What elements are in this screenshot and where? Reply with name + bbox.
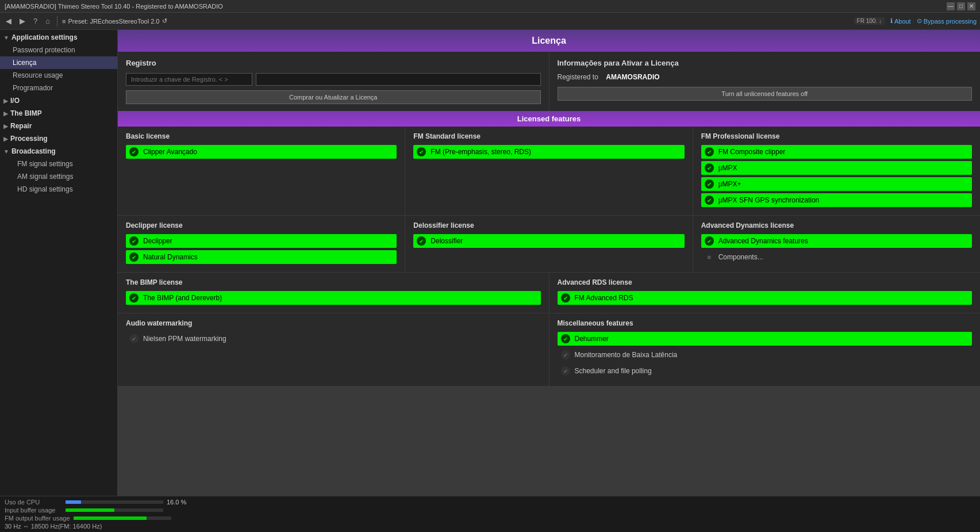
forward-button[interactable]: ▶	[17, 16, 28, 26]
feature-label: µMPX	[718, 164, 737, 172]
feature-declipper: ✔ Declipper	[126, 234, 397, 248]
registro-title: Registro	[126, 59, 541, 67]
feature-fm-standard: ✔ FM (Pre-emphasis, stereo, RDS)	[413, 145, 684, 159]
feature-delossifier: ✔ Delossifier	[413, 234, 684, 248]
check-icon: ✔	[417, 147, 426, 156]
list-icon: ≡	[705, 252, 714, 262]
fm-professional-license-panel: FM Professional license ✔ FM Composite c…	[693, 127, 980, 215]
declipper-title: Declipper license	[126, 221, 397, 229]
bypass-button[interactable]: ⊙ Bypass processing	[917, 17, 977, 25]
registro-key-value[interactable]	[256, 73, 541, 86]
sidebar-item-am-signal-settings[interactable]: AM signal settings	[0, 170, 117, 183]
cpu-progress-fill	[66, 500, 81, 504]
output-buffer-label: FM output buffer usage	[5, 515, 70, 522]
sidebar-item-label: Programador	[13, 84, 53, 92]
feature-label: Natural Dynamics	[143, 253, 198, 261]
sidebar-item-label: Licença	[13, 59, 36, 67]
preset-selector[interactable]: ≡ Preset: JREchoesStereoTool 2.0 ↺	[62, 17, 167, 25]
check-icon: ✔	[705, 236, 714, 246]
check-icon: ✔	[129, 334, 139, 343]
status-bar: Uso de CPU 16.0 % Input buffer usage FM …	[0, 496, 980, 532]
back-button[interactable]: ◀	[3, 16, 14, 26]
sidebar-item-resource-usage[interactable]: Resource usage	[0, 69, 117, 82]
registered-name: AMAMOSRADIO	[606, 73, 659, 81]
delossifier-license-panel: Delossifier license ✔ Delossifier	[405, 216, 692, 272]
toolbar: ◀ ▶ ? ⌂ ≡ Preset: JREchoesStereoTool 2.0…	[0, 13, 980, 30]
check-icon: ✔	[561, 350, 570, 359]
chevron-right-icon: ▶	[3, 98, 8, 104]
sidebar-item-label: HD signal settings	[17, 185, 73, 193]
bimp-title: The BIMP license	[126, 278, 541, 286]
feature-label: Declipper	[143, 237, 172, 245]
sidebar-item-application-settings[interactable]: ▼ Application settings	[0, 31, 117, 44]
bypass-icon: ⊙	[917, 17, 922, 25]
feature-nielsen: ✔ Nielsen PPM watermarking	[126, 332, 541, 346]
license-row-4: Audio watermarking ✔ Nielsen PPM waterma…	[118, 313, 980, 386]
licensed-features-header: Licensed features	[118, 111, 980, 127]
registered-label: Registered to	[558, 73, 598, 81]
cpu-progress-bar	[66, 500, 163, 504]
check-icon: ✔	[705, 147, 714, 156]
feature-natural-dynamics: ✔ Natural Dynamics	[126, 250, 397, 264]
sidebar-item-label: The BIMP	[10, 109, 42, 117]
sidebar-item-hd-signal-settings[interactable]: HD signal settings	[0, 183, 117, 196]
feature-dehummer: ✔ Dehummer	[558, 332, 973, 346]
check-icon: ✔	[129, 236, 139, 246]
registro-input-row	[126, 73, 541, 86]
advanced-rds-title: Advanced RDS license	[558, 278, 973, 286]
feature-clipper-avancado: ✔ Clipper Avançado	[126, 145, 397, 159]
sidebar-item-label: Processing	[10, 135, 48, 143]
close-button[interactable]: ✕	[967, 2, 975, 10]
feature-label: FM Advanced RDS	[575, 294, 633, 302]
sidebar-item-io[interactable]: ▶ I/O	[0, 94, 117, 107]
help-button[interactable]: ?	[31, 16, 40, 26]
sidebar-item-label: AM signal settings	[17, 173, 73, 181]
turn-off-button[interactable]: Turn all unlicensed features off	[558, 87, 973, 101]
sidebar-item-label: Resource usage	[13, 71, 63, 79]
fm-professional-title: FM Professional license	[701, 132, 972, 140]
output-progress-bar	[74, 516, 171, 520]
buy-button[interactable]: Comprar ou Atualizar a Licença	[126, 90, 541, 104]
input-buffer-label: Input buffer usage	[5, 507, 62, 514]
info-panel: Informações para Ativar a Licença Regist…	[549, 52, 981, 111]
sidebar: ▼ Application settings Password protecti…	[0, 30, 118, 496]
feature-components[interactable]: ≡ Components...	[701, 250, 972, 264]
license-row-1: Basic license ✔ Clipper Avançado FM Stan…	[118, 127, 980, 215]
feature-label: Dehummer	[575, 335, 609, 343]
sidebar-item-repair[interactable]: ▶ Repair	[0, 120, 117, 132]
minimize-button[interactable]: —	[947, 2, 955, 10]
miscellaneous-title: Miscellaneous features	[558, 319, 973, 327]
check-icon: ✔	[561, 366, 570, 376]
bypass-label: Bypass processing	[924, 18, 977, 25]
sidebar-item-processing[interactable]: ▶ Processing	[0, 132, 117, 145]
sidebar-item-programador[interactable]: Programador	[0, 82, 117, 94]
chevron-down-icon: ▼	[3, 35, 9, 41]
cpu-value: 16.0 %	[167, 499, 186, 506]
sidebar-item-label: Application settings	[11, 33, 78, 41]
check-icon: ✔	[129, 252, 139, 262]
home-button[interactable]: ⌂	[43, 16, 52, 26]
check-icon: ✔	[561, 334, 570, 343]
window-title: [AMAMOSRADIO] Thimeo Stereo Tool 10.40 -…	[5, 3, 223, 10]
sidebar-item-bimp[interactable]: ▶ The BIMP	[0, 107, 117, 120]
feature-label: Clipper Avançado	[143, 148, 197, 156]
sidebar-item-broadcasting[interactable]: ▼ Broadcasting	[0, 145, 117, 158]
feature-label: The BIMP (and Dereverb)	[143, 294, 222, 302]
maximize-button[interactable]: □	[957, 2, 965, 10]
check-icon: ✔	[129, 147, 139, 156]
sidebar-item-label: FM signal settings	[17, 160, 73, 168]
bimp-license-panel: The BIMP license ✔ The BIMP (and Derever…	[118, 273, 549, 313]
fm-standard-title: FM Standard license	[413, 132, 684, 140]
registro-key-input[interactable]	[126, 73, 252, 86]
fr-badge: FR 100. ↓	[854, 17, 885, 25]
feature-fm-composite: ✔ FM Composite clipper	[701, 145, 972, 159]
sidebar-item-password-protection[interactable]: Password protection	[0, 44, 117, 56]
sidebar-item-fm-signal-settings[interactable]: FM signal settings	[0, 158, 117, 170]
cpu-row: Uso de CPU 16.0 %	[5, 499, 975, 506]
advanced-dynamics-license-panel: Advanced Dynamics license ✔ Advanced Dyn…	[693, 216, 980, 272]
sidebar-item-label: Repair	[10, 122, 32, 130]
feature-label: Scheduler and file polling	[575, 367, 652, 375]
sidebar-item-licenca[interactable]: Licença	[0, 56, 117, 69]
preset-icon: ≡	[62, 18, 66, 25]
about-button[interactable]: ℹ About	[890, 17, 911, 25]
